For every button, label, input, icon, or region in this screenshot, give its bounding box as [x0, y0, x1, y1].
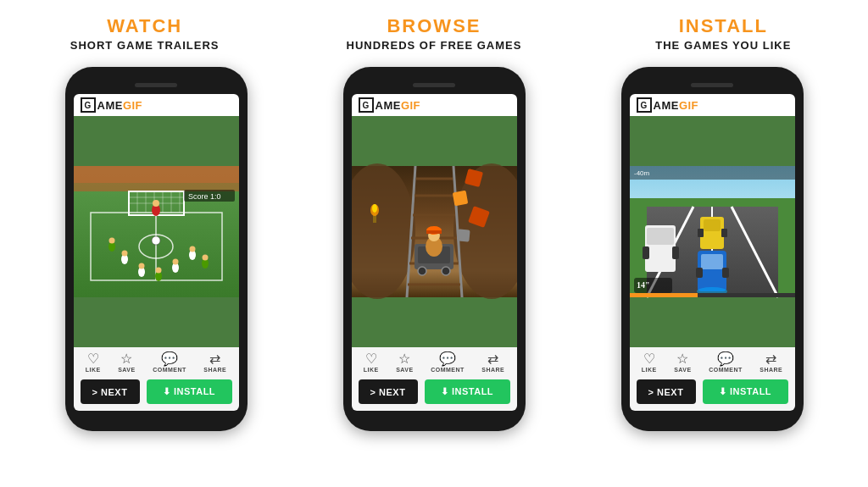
phone-3-share[interactable]: ⇄ SHARE: [760, 352, 782, 373]
phone-2-save[interactable]: ☆ SAVE: [396, 352, 414, 373]
like-label: LIKE: [86, 367, 101, 373]
svg-point-32: [202, 255, 208, 261]
phone-1-comment[interactable]: 💬 COMMENT: [153, 352, 186, 373]
svg-text:-40m: -40m: [634, 169, 650, 177]
phone-3-top: [630, 79, 795, 91]
phone-2-top: [352, 79, 517, 91]
svg-point-49: [418, 267, 426, 275]
phone-1-save[interactable]: ☆ SAVE: [118, 352, 136, 373]
phone-3-next-button[interactable]: > NEXT: [637, 379, 696, 404]
phone-2-actions-bar: ♡ LIKE ☆ SAVE 💬 COMMENT ⇄ SHARE: [352, 347, 517, 374]
svg-rect-71: [701, 254, 723, 269]
phone-3-logo-text: AMEGIF: [654, 99, 699, 112]
phone-1-logo: G AMEGIF: [81, 97, 143, 113]
phone-3-game-image: -40m 14": [630, 116, 795, 347]
header-col-install: INSTALL THE GAMES YOU LIKE: [579, 15, 868, 52]
svg-point-61: [372, 204, 377, 213]
phone-3-install-button[interactable]: ⬇ INSTALL: [703, 379, 788, 404]
heart-icon: ♡: [87, 352, 99, 366]
phone-3: G AMEGIF: [621, 67, 804, 431]
phone-1-share[interactable]: ⇄ SHARE: [203, 352, 226, 373]
svg-rect-69: [778, 207, 795, 297]
star-icon-2: ☆: [398, 352, 410, 366]
phone-2-buttons-bar: > NEXT ⬇ INSTALL: [352, 374, 517, 411]
svg-point-30: [155, 268, 161, 274]
phone-3-logo: G AMEGIF: [637, 97, 699, 113]
phone-3-like[interactable]: ♡ LIKE: [642, 352, 657, 373]
phone-3-actions-bar: ♡ LIKE ☆ SAVE 💬 COMMENT ⇄ SHARE: [630, 347, 795, 374]
svg-rect-2: [74, 166, 239, 183]
watch-title-black: SHORT GAME TRAILERS: [0, 39, 289, 52]
heart-icon-3: ♡: [643, 352, 655, 366]
install-title-black: THE GAMES YOU LIKE: [579, 39, 868, 52]
svg-point-26: [189, 246, 195, 252]
comment-label-3: COMMENT: [709, 367, 743, 373]
phone-2-like[interactable]: ♡ LIKE: [364, 352, 379, 373]
svg-point-22: [138, 263, 144, 269]
phone-2: G AMEGIF: [343, 67, 526, 431]
comment-label: COMMENT: [153, 367, 186, 373]
comment-icon: 💬: [161, 352, 178, 366]
svg-point-20: [121, 251, 127, 257]
phone-2-install-button[interactable]: ⬇ INSTALL: [425, 379, 510, 404]
svg-text:Score 1:0: Score 1:0: [188, 192, 221, 201]
svg-point-24: [172, 259, 178, 265]
header-col-browse: BROWSE HUNDREDS OF FREE GAMES: [289, 15, 578, 52]
svg-point-28: [108, 238, 114, 244]
comment-icon-3: 💬: [717, 352, 734, 366]
save-label-2: SAVE: [396, 367, 414, 373]
phone-1-install-button[interactable]: ⬇ INSTALL: [147, 379, 232, 404]
phone-3-speaker: [691, 83, 733, 87]
svg-rect-82: [672, 246, 679, 259]
phone-2-next-button[interactable]: > NEXT: [359, 379, 418, 404]
svg-point-18: [153, 200, 159, 207]
phone-3-logo-bar: G AMEGIF: [630, 94, 795, 116]
share-label-2: SHARE: [481, 367, 504, 373]
phone-1-buttons-bar: > NEXT ⬇ INSTALL: [74, 374, 239, 411]
phone-1-screen: G AMEGIF: [74, 94, 239, 411]
phone-3-logo-box: G: [637, 97, 652, 113]
share-icon-2: ⇄: [487, 352, 498, 366]
phone-1-bottom-space: [74, 411, 239, 419]
watch-title-orange: WATCH: [0, 15, 289, 37]
comment-icon-2: 💬: [439, 352, 456, 366]
share-label: SHARE: [203, 367, 226, 373]
phone-1-next-button[interactable]: > NEXT: [81, 379, 140, 404]
browse-title-orange: BROWSE: [289, 15, 578, 37]
svg-rect-56: [452, 191, 468, 207]
svg-rect-73: [722, 268, 729, 278]
phone-2-comment[interactable]: 💬 COMMENT: [431, 352, 465, 373]
phone-2-logo: G AMEGIF: [359, 97, 421, 113]
phone-1: G AMEGIF: [65, 67, 248, 431]
svg-rect-58: [457, 229, 470, 241]
phone-2-screen: G AMEGIF: [352, 94, 517, 411]
save-label: SAVE: [118, 367, 136, 373]
phone-2-logo-box: G: [359, 97, 374, 113]
header-col-watch: WATCH SHORT GAME TRAILERS: [0, 15, 289, 52]
phone-1-logo-bar: G AMEGIF: [74, 94, 239, 116]
phone-1-wrapper: G AMEGIF: [17, 67, 295, 431]
phone-2-wrapper: G AMEGIF: [295, 67, 573, 431]
phone-1-top: [74, 79, 239, 91]
phone-1-speaker: [135, 83, 177, 87]
phone-3-save[interactable]: ☆ SAVE: [674, 352, 692, 373]
svg-point-50: [442, 267, 450, 275]
svg-rect-88: [630, 293, 698, 297]
share-icon: ⇄: [209, 352, 220, 366]
svg-rect-78: [721, 229, 727, 237]
phone-3-screen: G AMEGIF: [630, 94, 795, 411]
heart-icon-2: ♡: [365, 352, 377, 366]
phone-1-logo-box: G: [81, 97, 96, 113]
svg-rect-77: [698, 229, 704, 237]
like-label-2: LIKE: [364, 367, 379, 373]
phone-3-comment[interactable]: 💬 COMMENT: [709, 352, 743, 373]
phone-3-buttons-bar: > NEXT ⬇ INSTALL: [630, 374, 795, 411]
phone-2-share[interactable]: ⇄ SHARE: [481, 352, 504, 373]
phone-1-like[interactable]: ♡ LIKE: [86, 352, 101, 373]
like-label-3: LIKE: [642, 367, 657, 373]
phone-2-logo-text: AMEGIF: [376, 99, 421, 112]
svg-rect-81: [643, 246, 649, 259]
share-label-3: SHARE: [760, 367, 782, 373]
phone-1-logo-text: AMEGIF: [97, 99, 143, 112]
phone-2-bottom-space: [352, 411, 517, 419]
